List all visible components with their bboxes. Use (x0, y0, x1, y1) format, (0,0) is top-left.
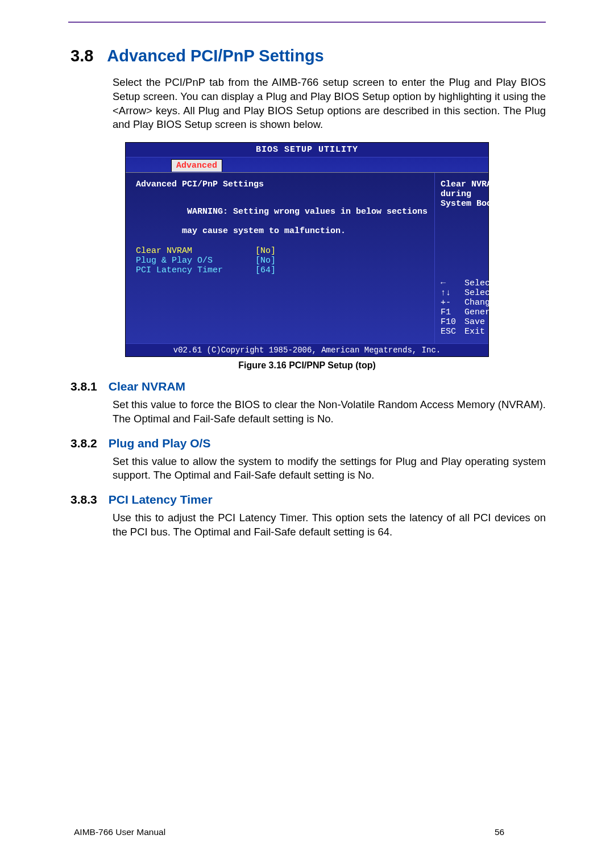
footer-manual-name: AIMB-766 User Manual (74, 827, 495, 837)
bios-nav-key: F10 (441, 317, 460, 327)
subsection-title: PCI Latency Timer (109, 493, 213, 506)
bios-nav-row: F10Save and Exit (441, 317, 531, 327)
bios-nav-keys: ←Select Screen ↑↓Select Item +-Change Op… (441, 279, 531, 337)
bios-titlebar: BIOS SETUP UTILITY (126, 143, 488, 157)
bios-nav-action: Select Screen (464, 279, 531, 288)
bios-nav-row: +-Change Option (441, 298, 531, 308)
subsection-text: Use this to adjust the PCI Latency Timer… (113, 511, 546, 539)
footer-page-number: 56 (495, 827, 540, 837)
bios-help-text: Clear NVRAM during System Boot. (441, 180, 531, 209)
bios-nav-action: General Help (464, 308, 526, 317)
bios-nav-row: ESCExit (441, 327, 531, 337)
subsection-number: 3.8.1 (70, 380, 97, 393)
figure-caption: Figure 3.16 PCI/PNP Setup (top) (68, 360, 546, 371)
bios-nav-key: +- (441, 298, 460, 308)
bios-nav-action: Select Item (464, 288, 521, 298)
section-number: 3.8 (70, 47, 93, 65)
bios-option-row[interactable]: PCI Latency Timer [64] (136, 265, 428, 275)
bios-footer: v02.61 (C)Copyright 1985-2006, American … (126, 343, 488, 356)
bios-option-label: PCI Latency Timer (136, 265, 255, 275)
subsection-number: 3.8.2 (70, 437, 97, 450)
header-rule (68, 22, 546, 23)
bios-screen: BIOS SETUP UTILITY Advanced Advanced PCI… (125, 142, 489, 357)
section-title: Advanced PCI/PnP Settings (107, 47, 323, 65)
page-footer: AIMB-766 User Manual 56 (74, 827, 540, 837)
bios-option-value: [No] (255, 246, 276, 256)
bios-nav-action: Exit (464, 327, 485, 337)
subsection-title: Plug and Play O/S (109, 437, 211, 450)
bios-option-value: [64] (255, 265, 276, 275)
bios-panel-title: Advanced PCI/PnP Settings (136, 180, 428, 189)
bios-option-row[interactable]: Clear NVRAM [No] (136, 246, 428, 256)
subsection-heading: 3.8.3 PCI Latency Timer (70, 493, 546, 506)
section-heading: 3.8 Advanced PCI/PnP Settings (70, 47, 546, 65)
bios-nav-key: ESC (441, 327, 460, 337)
bios-nav-action: Save and Exit (464, 317, 531, 327)
bios-nav-key: ← (441, 279, 460, 288)
bios-option-value: [No] (255, 256, 276, 265)
bios-option-label: Clear NVRAM (136, 246, 255, 256)
bios-body: Advanced PCI/PnP Settings WARNING: Setti… (126, 172, 488, 343)
bios-nav-row: ↑↓Select Item (441, 288, 531, 298)
bios-warning: WARNING: Setting wrong values in below s… (136, 197, 428, 226)
bios-nav-row: F1General Help (441, 308, 531, 317)
subsection-heading: 3.8.2 Plug and Play O/S (70, 437, 546, 450)
bios-warning-label: WARNING: (187, 207, 228, 217)
bios-option-row[interactable]: Plug & Play O/S [No] (136, 256, 428, 265)
subsection-title: Clear NVRAM (109, 380, 185, 393)
bios-warning-line2: may cause system to malfunction. (136, 226, 428, 236)
subsection-text: Set this value to force the BIOS to clea… (113, 398, 546, 426)
bios-nav-row: ←Select Screen (441, 279, 531, 288)
bios-tab-advanced[interactable]: Advanced (171, 159, 222, 172)
bios-left-panel: Advanced PCI/PnP Settings WARNING: Setti… (126, 173, 435, 343)
bios-nav-key: F1 (441, 308, 460, 317)
subsection-heading: 3.8.1 Clear NVRAM (70, 380, 546, 393)
bios-help-line: System Boot. (441, 199, 531, 209)
section-intro: Select the PCI/PnP tab from the AIMB-766… (113, 76, 546, 132)
bios-figure: BIOS SETUP UTILITY Advanced Advanced PCI… (68, 142, 546, 357)
subsection-number: 3.8.3 (70, 493, 97, 506)
subsection-text: Set this value to allow the system to mo… (113, 455, 546, 483)
bios-right-panel: Clear NVRAM during System Boot. ←Select … (435, 173, 537, 343)
bios-nav-action: Change Option (464, 298, 531, 308)
bios-tabs-row: Advanced (126, 157, 488, 172)
bios-help-line: Clear NVRAM during (441, 180, 531, 199)
bios-nav-key: ↑↓ (441, 288, 460, 298)
bios-option-label: Plug & Play O/S (136, 256, 255, 265)
bios-warning-line1: Setting wrong values in below sections (228, 207, 428, 217)
